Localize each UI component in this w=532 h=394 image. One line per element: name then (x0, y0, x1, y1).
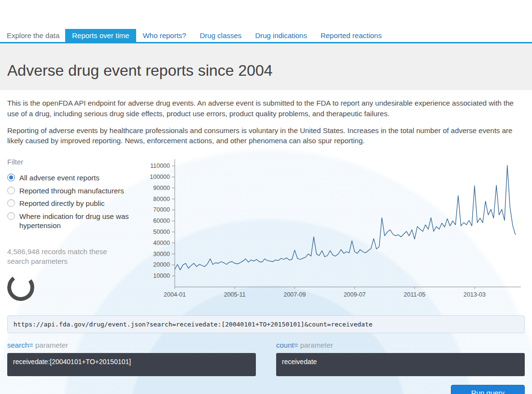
search-parameter-label: search= parameter (7, 341, 256, 349)
tab-drug-indications[interactable]: Drug indications (248, 29, 314, 42)
run-query-button[interactable]: Run query (451, 385, 525, 394)
filter-option-all-reports[interactable]: All adverse event reports (7, 173, 141, 183)
svg-text:40000: 40000 (153, 240, 170, 246)
svg-text:2007-09: 2007-09 (283, 291, 306, 298)
svg-text:10000: 10000 (153, 272, 170, 279)
radio-icon[interactable] (7, 199, 15, 207)
filter-option-hypertension[interactable]: Where indication for drug use was hypert… (7, 212, 141, 231)
page: Explore the data Reports over time Who r… (0, 0, 532, 394)
svg-text:110000: 110000 (150, 163, 170, 169)
search-key-label: search= (7, 341, 33, 349)
count-parameter-label: count= parameter (276, 341, 525, 349)
count-param-input[interactable]: receivedate (276, 353, 525, 376)
svg-text:2004-01: 2004-01 (164, 291, 186, 298)
radio-icon[interactable] (7, 174, 15, 181)
query-parameters: search= parameter receivedate:[20040101+… (7, 341, 525, 376)
nav-tabs: Explore the data Reports over time Who r… (0, 29, 532, 43)
intro-paragraph-1: This is the openFDA API endpoint for adv… (7, 98, 525, 119)
page-header: Adverse drug event reports since 2004 (0, 43, 532, 90)
svg-text:90000: 90000 (153, 185, 170, 191)
records-count-text: 4,586,948 records match these search par… (7, 247, 128, 267)
filter-option-label: Where indication for drug use was hypert… (19, 212, 141, 231)
intro-text: This is the openFDA API endpoint for adv… (7, 98, 525, 146)
search-word-label: parameter (35, 341, 68, 349)
filter-option-public[interactable]: Reported directly by public (7, 199, 141, 208)
radio-icon[interactable] (7, 187, 15, 194)
tab-who-reports[interactable]: Who reports? (136, 29, 193, 42)
tab-drug-classes[interactable]: Drug classes (193, 29, 249, 42)
svg-text:2013-03: 2013-03 (463, 291, 486, 298)
svg-text:2005-11: 2005-11 (224, 291, 246, 298)
count-word-label: parameter (300, 341, 333, 349)
api-query-url[interactable]: https://api.fda.gov/drug/event.json?sear… (7, 315, 525, 333)
chart-area: 1000020000300004000050000600007000080000… (141, 158, 532, 301)
svg-text:80000: 80000 (153, 196, 170, 203)
svg-text:60000: 60000 (153, 217, 170, 224)
svg-text:50000: 50000 (153, 229, 170, 235)
nav-explore-label: Explore the data (7, 29, 65, 42)
loading-spinner-icon (5, 272, 36, 302)
page-title: Adverse drug event reports since 2004 (7, 62, 525, 80)
reports-line-chart: 1000020000300004000050000600007000080000… (145, 158, 529, 299)
filter-option-label: Reported through manufacturers (19, 186, 124, 196)
radio-icon[interactable] (7, 212, 15, 220)
filter-panel: Filter All adverse event reports Reporte… (0, 158, 141, 301)
filter-heading: Filter (7, 158, 141, 166)
count-key-label: count= (276, 341, 298, 349)
tab-reports-over-time[interactable]: Reports over time (65, 29, 136, 42)
svg-text:100000: 100000 (150, 174, 170, 180)
tab-reported-reactions[interactable]: Reported reactions (314, 29, 389, 42)
intro-paragraph-2: Reporting of adverse events by healthcar… (7, 125, 525, 147)
filter-option-label: Reported directly by public (19, 199, 105, 208)
filter-option-manufacturers[interactable]: Reported through manufacturers (7, 186, 141, 196)
count-parameter-block: count= parameter receivedate (276, 341, 525, 376)
search-param-input[interactable]: receivedate:[20040101+TO+20150101] (7, 353, 256, 376)
search-parameter-block: search= parameter receivedate:[20040101+… (7, 341, 256, 376)
svg-text:2009-07: 2009-07 (344, 291, 366, 298)
svg-text:70000: 70000 (153, 206, 170, 213)
filter-option-label: All adverse event reports (19, 173, 99, 183)
svg-text:2011-05: 2011-05 (404, 291, 425, 298)
svg-text:30000: 30000 (153, 251, 170, 258)
svg-text:20000: 20000 (153, 261, 170, 268)
